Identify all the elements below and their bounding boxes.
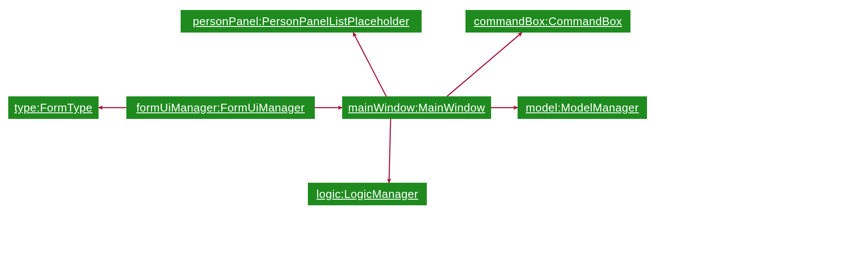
node-command-box: commandBox:CommandBox xyxy=(465,10,630,33)
node-type: type:FormType xyxy=(8,96,99,119)
edges-layer xyxy=(0,0,868,273)
node-model: model:ModelManager xyxy=(518,96,647,119)
edge-mainWindow-to-logic xyxy=(389,119,391,183)
node-form-ui-manager: formUiManager:FormUiManager xyxy=(126,96,315,119)
node-person-panel: personPanel:PersonPanelListPlaceholder xyxy=(181,10,422,33)
edge-mainWindow-to-commandBox xyxy=(447,33,522,96)
node-logic: logic:LogicManager xyxy=(308,183,427,205)
node-main-window: mainWindow:MainWindow xyxy=(342,96,491,119)
edge-mainWindow-to-personPanel xyxy=(353,33,386,96)
diagram-canvas: personPanel:PersonPanelListPlaceholder c… xyxy=(0,0,868,273)
